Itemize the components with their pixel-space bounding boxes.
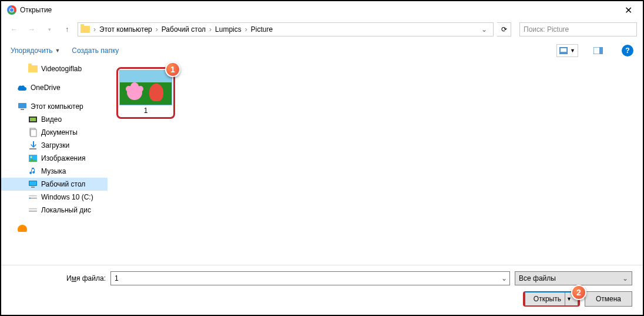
svg-point-12 bbox=[31, 157, 32, 158]
titlebar: Открытие ✕ bbox=[1, 1, 643, 19]
recent-dropdown[interactable]: ▾ bbox=[42, 22, 56, 36]
folder-icon bbox=[80, 26, 90, 33]
sidebar-item-downloads[interactable]: Загрузки bbox=[1, 139, 108, 152]
tree-label: OneDrive bbox=[31, 84, 61, 92]
forward-button[interactable]: → bbox=[25, 22, 39, 36]
view-mode-button[interactable]: ▼ bbox=[556, 44, 578, 57]
file-list[interactable]: 1 1 bbox=[108, 61, 643, 265]
desktop-icon bbox=[28, 179, 38, 189]
footer: Имя файла: ⌄ Все файлы ⌄ Открыть ▼ 2 Отм… bbox=[1, 265, 643, 315]
svg-rect-10 bbox=[29, 148, 36, 149]
breadcrumb[interactable]: › Этот компьютер › Рабочий стол › Lumpic… bbox=[78, 22, 494, 36]
help-button[interactable]: ? bbox=[622, 45, 633, 56]
tree-label: Видео bbox=[41, 115, 62, 124]
close-icon[interactable]: ✕ bbox=[620, 5, 637, 16]
sidebar-item-desktop[interactable]: Рабочий стол bbox=[1, 178, 108, 191]
window-title: Открытие bbox=[20, 6, 52, 14]
crumb-desktop[interactable]: Рабочий стол bbox=[159, 25, 208, 34]
sidebar-item-pictures[interactable]: Изображения bbox=[1, 152, 108, 165]
new-folder-button[interactable]: Создать папку bbox=[72, 46, 119, 55]
file-name-label: 1 bbox=[119, 105, 172, 116]
crumb-lumpics[interactable]: Lumpics bbox=[213, 25, 244, 34]
tree-label: Загрузки bbox=[41, 141, 69, 149]
sidebar-item-videotogiflab[interactable]: Videotogiflab bbox=[1, 62, 108, 75]
filename-input-wrap[interactable]: ⌄ bbox=[110, 271, 510, 285]
svg-rect-9 bbox=[31, 129, 36, 137]
dialog-body: Videotogiflab OneDrive Этот компьютер Ви… bbox=[1, 61, 643, 265]
downloads-icon bbox=[28, 141, 38, 150]
music-icon bbox=[28, 167, 38, 176]
documents-icon bbox=[28, 128, 38, 137]
toolbar: Упорядочить ▼ Создать папку ▼ ? bbox=[1, 40, 643, 61]
tree-label: Windows 10 (C:) bbox=[41, 193, 93, 201]
pc-icon bbox=[18, 102, 27, 111]
file-type-filter[interactable]: Все файлы ⌄ bbox=[515, 271, 632, 285]
open-button-label: Открыть bbox=[534, 295, 561, 303]
tree-label: Этот компьютер bbox=[31, 102, 83, 111]
open-button[interactable]: Открыть ▼ 2 bbox=[523, 291, 580, 307]
file-open-dialog: Открытие ✕ ← → ▾ ↑ › Этот компьютер › Ра… bbox=[0, 0, 644, 316]
chevron-right-icon: › bbox=[208, 25, 213, 34]
up-button[interactable]: ↑ bbox=[60, 22, 74, 36]
sidebar-item-documents[interactable]: Документы bbox=[1, 126, 108, 139]
video-icon bbox=[28, 115, 38, 124]
svg-rect-18 bbox=[29, 198, 31, 198]
tree-label: Изображения bbox=[41, 154, 85, 162]
preview-pane-button[interactable] bbox=[590, 44, 606, 57]
sidebar-item-onedrive[interactable]: OneDrive bbox=[1, 81, 108, 94]
chevron-down-icon: ▼ bbox=[570, 48, 575, 54]
sidebar-item-localdisk[interactable]: Локальный дис bbox=[1, 204, 108, 217]
crumb-this-pc[interactable]: Этот компьютер bbox=[97, 25, 155, 34]
pictures-icon bbox=[28, 154, 38, 163]
sidebar-item-this-pc[interactable]: Этот компьютер bbox=[1, 100, 108, 113]
sidebar: Videotogiflab OneDrive Этот компьютер Ви… bbox=[1, 61, 108, 265]
svg-rect-14 bbox=[29, 181, 36, 185]
crumb-picture[interactable]: Picture bbox=[249, 25, 275, 34]
tree-label: Документы bbox=[41, 128, 78, 137]
filename-label: Имя файла: bbox=[12, 274, 106, 282]
sidebar-item-music[interactable]: Музыка bbox=[1, 165, 108, 178]
tree-label: Локальный дис bbox=[41, 206, 91, 214]
svg-rect-1 bbox=[561, 48, 566, 52]
breadcrumb-dropdown[interactable]: ⌄ bbox=[478, 25, 491, 34]
refresh-button[interactable]: ⟳ bbox=[497, 22, 511, 36]
svg-rect-20 bbox=[29, 209, 37, 211]
chevron-right-icon[interactable]: › bbox=[92, 25, 97, 34]
tree-label: Музыка bbox=[41, 167, 66, 175]
annotation-marker-2: 2 bbox=[571, 285, 586, 300]
svg-rect-5 bbox=[21, 109, 24, 110]
chrome-icon bbox=[7, 5, 16, 15]
network-icon bbox=[18, 225, 27, 232]
drive-icon bbox=[28, 205, 38, 215]
filename-history-dropdown[interactable]: ⌄ bbox=[499, 272, 509, 285]
thumbnail-preview bbox=[119, 70, 172, 105]
filename-input[interactable] bbox=[111, 272, 499, 285]
svg-rect-7 bbox=[30, 118, 36, 121]
folder-icon bbox=[28, 65, 38, 72]
thumbnails-icon bbox=[559, 47, 568, 54]
tree-label: Рабочий стол bbox=[41, 180, 85, 188]
back-button[interactable]: ← bbox=[7, 22, 21, 36]
tree-label: Videotogiflab bbox=[41, 65, 82, 73]
search-placeholder: Поиск: Picture bbox=[524, 25, 569, 34]
chevron-down-icon: ⌄ bbox=[622, 274, 628, 282]
cloud-icon bbox=[18, 83, 27, 92]
navbar: ← → ▾ ↑ › Этот компьютер › Рабочий стол … bbox=[1, 19, 643, 40]
file-thumbnail[interactable]: 1 1 bbox=[116, 67, 175, 119]
filter-label: Все файлы bbox=[519, 274, 556, 282]
sidebar-item-video[interactable]: Видео bbox=[1, 113, 108, 126]
svg-rect-15 bbox=[31, 187, 35, 188]
cancel-button[interactable]: Отмена bbox=[585, 291, 632, 307]
search-input[interactable]: Поиск: Picture bbox=[519, 22, 637, 36]
chevron-right-icon: › bbox=[155, 25, 159, 34]
drive-icon bbox=[28, 192, 38, 202]
sidebar-item-win10[interactable]: Windows 10 (C:) bbox=[1, 191, 108, 204]
panel-icon bbox=[593, 47, 603, 54]
organize-button[interactable]: Упорядочить ▼ bbox=[11, 46, 60, 55]
annotation-marker-1: 1 bbox=[165, 62, 180, 77]
chevron-down-icon: ▼ bbox=[55, 48, 60, 54]
sidebar-item-partial[interactable] bbox=[1, 222, 108, 232]
filename-row: Имя файла: ⌄ Все файлы ⌄ bbox=[12, 271, 632, 285]
button-row: Открыть ▼ 2 Отмена bbox=[12, 291, 632, 307]
chevron-right-icon: › bbox=[244, 25, 249, 34]
